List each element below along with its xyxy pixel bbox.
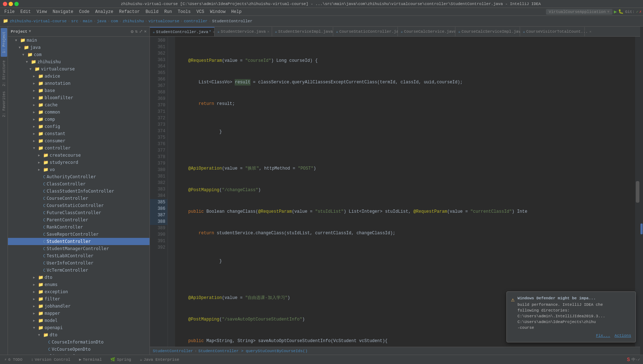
menu-build[interactable]: Build (143, 8, 161, 15)
run-button[interactable]: ▶ (614, 9, 617, 15)
bottom-file[interactable]: StudentController (153, 349, 193, 353)
tree-item-controller[interactable]: ▼ 📁 controller (8, 144, 150, 152)
bottom-tab-version-control[interactable]: ↕Version Control (27, 355, 75, 364)
tab-course-static-controller[interactable]: ☕ CourseStaticController.java ✕ (333, 27, 398, 36)
notification-path1: C:\Users\admin\.IntelliJIdea2019.3... (518, 313, 605, 319)
bottom-method[interactable]: StudentController > queryStuCountByCours… (198, 349, 308, 353)
line-numbers-gutter: 360 361 362 363 364 365 366 367 368 369 … (150, 37, 168, 347)
notification-body: build performance. IntelliJ IDEA chefoll… (518, 302, 605, 313)
sort-icon[interactable]: ⇅ (135, 29, 138, 34)
project-panel-tab[interactable]: 1: Project (1, 28, 7, 57)
tree-item-comp[interactable]: ▶ 📁 comp (8, 116, 150, 123)
tree-item-vo[interactable]: ▶ 📁 vo (8, 166, 150, 173)
tree-item-student-controller[interactable]: C StudentController (8, 238, 150, 245)
favorites-panel-tab[interactable]: 2: Favorites (1, 90, 7, 119)
tab-course-calc-service[interactable]: ☕ CourseCalcService.java ✕ (398, 27, 455, 36)
bottom-tab-spring[interactable]: 🌿Spring (106, 355, 136, 364)
tree-item-classstudent-controller[interactable]: C ClassStudentInfoController (8, 188, 150, 195)
tree-item-course-controller[interactable]: C CourseController (8, 195, 150, 202)
tree-item-bloomfilter[interactable]: ▶ 📁 bloomfilter (8, 94, 150, 101)
tree-item-mapper[interactable]: ▶ 📁 mapper (8, 310, 150, 317)
menu-vcs[interactable]: VCS (194, 8, 207, 15)
tree-item-virtualcourse[interactable]: ▼ 📁 virtualcourse (8, 65, 150, 73)
tree-item-rank-controller[interactable]: C RankController (8, 224, 150, 231)
tree-item-testlabx-controller[interactable]: C TestLabXController (8, 252, 150, 259)
menu-view[interactable]: View (34, 8, 50, 15)
menu-analyze[interactable]: Analyze (92, 8, 116, 15)
tree-item-java[interactable]: ▼ 📁 java (8, 44, 150, 51)
tab-course-calc-service-impl[interactable]: ☕ CourseCalcServiceImpl.java ✕ (455, 27, 520, 36)
sidebar: Project ▼ ⚙ ⇅ ⤢ ✕ ▼ 📁 main (8, 27, 150, 355)
tree-item-futureclass-controller[interactable]: C FutureClassController (8, 209, 150, 216)
tree-item-authority-controller[interactable]: C AuthorityController (8, 173, 150, 180)
tree-item-filter[interactable]: ▶ 📁 filter (8, 295, 150, 303)
tree-item-dto[interactable]: ▶ 📁 dto (8, 274, 150, 281)
menu-code[interactable]: Code (76, 8, 92, 15)
minimize-button[interactable] (9, 2, 13, 6)
tree-item-userinfo-controller[interactable]: C UserInfoController (8, 259, 150, 267)
tree-item-com[interactable]: ▼ 📁 com (8, 51, 150, 58)
tree-item-vcterm-controller[interactable]: C VcTermController (8, 267, 150, 274)
tab-student-service[interactable]: ☕ StudentService.java ✕ (215, 27, 272, 36)
bottom-tab-todo[interactable]: ⚡6 TODO (0, 355, 27, 364)
menu-window[interactable]: Window (207, 8, 228, 15)
menu-file[interactable]: File (1, 8, 18, 15)
tree-item-config[interactable]: ▶ 📁 config (8, 123, 150, 130)
tree-item-coursestatic-controller[interactable]: C CourseStaticController (8, 202, 150, 209)
menu-edit[interactable]: Edit (18, 8, 34, 15)
scrollbar-indicator[interactable] (635, 37, 640, 347)
cache-label: cache (45, 102, 58, 107)
tree-item-jobhandler[interactable]: ▶ 📁 jobhandler (8, 303, 150, 310)
bottom-tab-terminal[interactable]: ▶Terminal (75, 355, 106, 364)
tree-item-vccourseopen-dto[interactable]: C VcCourseOpenDto (8, 346, 150, 353)
close-button[interactable] (3, 2, 7, 6)
code-line-361: List<ClassVo> result = classService.quer… (175, 79, 635, 86)
tree-item-main[interactable]: ▼ 📁 main (8, 37, 150, 44)
tree-item-consumer[interactable]: ▶ 📁 consumer (8, 137, 150, 144)
menu-refactor[interactable]: Refactor (116, 8, 143, 15)
tree-item-enums[interactable]: ▶ 📁 enums (8, 281, 150, 288)
tree-item-studentmanager-controller[interactable]: C StudentManagerController (8, 245, 150, 252)
git-check[interactable]: ✓ (636, 9, 639, 14)
tree-item-parent-controller[interactable]: C ParentController (8, 216, 150, 224)
tree-item-base[interactable]: ▶ 📁 base (8, 87, 150, 94)
tree-item-constant[interactable]: ▶ 📁 constant (8, 130, 150, 137)
menu-run[interactable]: Run (161, 8, 175, 15)
maximize-button[interactable] (14, 2, 19, 6)
tab-course-visitor[interactable]: ☕ CourseVisitorTotalCount... ✕ (520, 27, 585, 36)
bottom-tabs-bar: ⚡6 TODO ↕Version Control ▶Terminal 🌿Spri… (0, 355, 643, 364)
structure-panel-tab[interactable]: 2: Structure (1, 59, 7, 88)
tree-item-studyrecord[interactable]: ▶ 📁 studyrecord (8, 159, 150, 166)
tree-item-annotation[interactable]: ▶ 📁 annotation (8, 80, 150, 87)
tab-student-controller[interactable]: ☕ StudentController.java * ✕ (150, 27, 215, 36)
tree-item-advice[interactable]: ▶ 📁 advice (8, 73, 150, 80)
gear-icon[interactable]: ⚙ (131, 29, 134, 34)
menu-tools[interactable]: Tools (175, 8, 194, 15)
tree-item-common[interactable]: ▶ 📁 common (8, 109, 150, 116)
tree-item-exception[interactable]: ▶ 📁 exception (8, 288, 150, 295)
code-line-360: @RequestParam(value = "courseId") Long c… (175, 57, 635, 64)
tree-item-cache[interactable]: ▶ 📁 cache (8, 101, 150, 109)
debug-button[interactable]: 🐛 (618, 9, 624, 14)
actions-link[interactable]: Actions (615, 333, 631, 338)
tree-item-class-controller[interactable]: C ClassController (8, 180, 150, 188)
tree-item-savereport-controller[interactable]: C SaveReportController (8, 231, 150, 238)
tree-item-openapi[interactable]: ▼ 📁 openapi (8, 324, 150, 331)
bottom-tab-java-enterprise[interactable]: ☕Java Enterprise (136, 355, 184, 364)
tree-item-openapi-dto[interactable]: ▼ 📁 dto (8, 331, 150, 338)
tree-item-createcourse[interactable]: ▶ 📁 createcourse (8, 152, 150, 159)
close-icon[interactable]: ✕ (144, 29, 147, 34)
tabs-bar: ☕ StudentController.java * ✕ ☕ StudentSe… (150, 27, 640, 37)
ime-indicator: S 中·✓ (627, 357, 640, 363)
fix-link[interactable]: Fix... (596, 333, 610, 338)
expand-icon[interactable]: ⤢ (139, 29, 143, 34)
menu-navigate[interactable]: Navigate (50, 8, 76, 15)
run-config[interactable]: VirtualCourseApplication ▼ (546, 9, 612, 15)
tree-item-courseinformation-dto[interactable]: C CourseInformationDto (8, 338, 150, 346)
tree-item-zhihuishu[interactable]: ▼ 📁 zhihuishu (8, 58, 150, 65)
menu-help[interactable]: Help (228, 8, 244, 15)
tree-item-model[interactable]: ▶ 📁 model (8, 317, 150, 324)
git-x[interactable]: ✗ (639, 9, 642, 14)
tab-student-service-impl[interactable]: ☕ StudentServiceImpl.java ✕ (272, 27, 333, 36)
chevron-down-icon[interactable]: ▼ (29, 29, 31, 33)
